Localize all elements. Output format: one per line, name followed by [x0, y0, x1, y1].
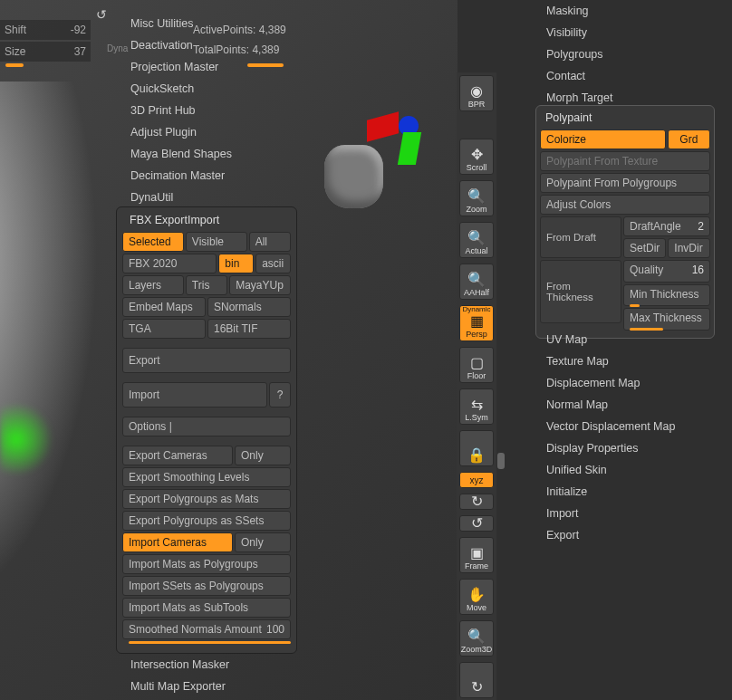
- fbx-import-button[interactable]: Import: [122, 382, 267, 408]
- plugin-multi-map-exporter[interactable]: Multi Map Exporter: [127, 676, 299, 697]
- tool-btn10[interactable]: ↻: [459, 494, 494, 510]
- palette-export[interactable]: Export: [541, 524, 722, 546]
- draw-size-slider[interactable]: Size 37: [0, 42, 91, 62]
- palette-texture-map[interactable]: Texture Map: [541, 350, 722, 372]
- plugin-quicksketch[interactable]: QuickSketch: [127, 78, 299, 100]
- tool-floor[interactable]: ▢Floor: [459, 347, 494, 383]
- plugin-deactivation[interactable]: Deactivation: [127, 34, 299, 56]
- plugin-maya-blend-shapes[interactable]: Maya Blend Shapes: [127, 143, 299, 165]
- polypaint-invdir[interactable]: InvDir: [668, 238, 710, 258]
- palette-import[interactable]: Import: [541, 503, 722, 524]
- palette-contact[interactable]: Contact: [541, 65, 722, 87]
- polypaint-from-texture[interactable]: Polypaint From Texture: [540, 151, 710, 171]
- palette-normal-map[interactable]: Normal Map: [541, 394, 722, 416]
- fbx-smoothed-normals-amount[interactable]: Smoothed Normals Amount 100: [122, 619, 291, 639]
- palette-vector-disp-map[interactable]: Vector Displacement Map: [541, 416, 722, 437]
- plugin-dynautil[interactable]: DynaUtil: [127, 187, 299, 208]
- plugin-3d-print-hub[interactable]: 3D Print Hub: [127, 100, 299, 121]
- fbx-export-button[interactable]: Export: [122, 348, 291, 373]
- fbx-export-smoothing[interactable]: Export Smoothing Levels: [122, 467, 291, 487]
- fbx-format-ascii[interactable]: ascii: [255, 254, 291, 273]
- tool-btn15[interactable]: ↻: [459, 662, 494, 698]
- tool-aahalf[interactable]: 🔍AAHalf: [459, 264, 494, 300]
- plugin-decimation-master[interactable]: Decimation Master: [127, 165, 299, 187]
- polypaint-grd[interactable]: Grd: [668, 129, 710, 149]
- thickness-max-slider[interactable]: Max Thickness: [623, 308, 710, 331]
- fbx-tris[interactable]: Tris: [186, 275, 227, 295]
- polypaint-header[interactable]: Polypaint: [540, 108, 710, 128]
- tool-scroll[interactable]: ✥Scroll: [459, 139, 494, 175]
- fbx-filter-all[interactable]: All: [249, 232, 291, 252]
- fbx-export-cameras[interactable]: Export Cameras: [122, 446, 233, 465]
- scrollbar-thumb[interactable]: [497, 453, 505, 469]
- fbx-export-cameras-only[interactable]: Only: [235, 446, 291, 465]
- tool-actual[interactable]: 🔍Actual: [459, 222, 494, 258]
- plugin-adjust-plugin[interactable]: Adjust Plugin: [127, 121, 299, 143]
- refresh-icon[interactable]: ↺: [96, 7, 107, 22]
- draw-size-value: 37: [74, 45, 86, 58]
- palette-displacement-map[interactable]: Displacement Map: [541, 372, 722, 394]
- tool-xyz[interactable]: xyz: [459, 472, 494, 488]
- fbx-tif[interactable]: 16Bit TIF: [207, 319, 291, 339]
- polypaint-from-polygroups[interactable]: Polypaint From Polygroups: [540, 173, 710, 193]
- tool-frame[interactable]: ▣Frame: [459, 537, 494, 573]
- z-shift-slider[interactable]: Shift -92: [0, 20, 91, 40]
- fbx-version[interactable]: FBX 2020: [122, 254, 217, 273]
- tool-btn11[interactable]: ↺: [459, 515, 494, 532]
- polypaint-colorize[interactable]: Colorize: [540, 129, 666, 149]
- fbx-import-cameras-only[interactable]: Only: [235, 532, 291, 552]
- fbx-tga[interactable]: TGA: [122, 319, 206, 339]
- polypaint-from-thickness[interactable]: From Thickness: [540, 260, 621, 323]
- draft-angle-slider[interactable]: DraftAngle2: [623, 216, 710, 236]
- palette-uv-map[interactable]: UV Map: [541, 329, 722, 350]
- tool-zoom[interactable]: 🔍Zoom: [459, 180, 494, 216]
- tool-lsym[interactable]: ⇆L.Sym: [459, 388, 494, 425]
- fbx-options[interactable]: Options |: [122, 417, 291, 436]
- tool-bpr[interactable]: ◉BPR: [459, 75, 494, 111]
- tool-zoom3d[interactable]: 🔍Zoom3D: [459, 620, 494, 657]
- tool-move[interactable]: ✋Move: [459, 579, 494, 615]
- fbx-format-bin[interactable]: bin: [218, 254, 254, 273]
- fbx-import-cameras[interactable]: Import Cameras: [122, 532, 233, 552]
- polypaint-from-draft[interactable]: From Draft: [540, 216, 621, 258]
- fbx-maya-yup[interactable]: MayaYUp: [229, 275, 291, 295]
- palette-display-properties[interactable]: Display Properties: [541, 437, 722, 459]
- dynamesh-label: Dyna: [107, 43, 128, 53]
- z-shift-label: Shift: [5, 24, 26, 36]
- plugin-misc-utilities[interactable]: Misc Utilities: [127, 13, 299, 34]
- fbx-help-button[interactable]: ?: [269, 382, 291, 408]
- thickness-quality-slider[interactable]: Quality16: [623, 260, 710, 283]
- fbx-import-ssets-pg[interactable]: Import SSets as Polygroups: [122, 576, 291, 596]
- palette-unified-skin[interactable]: Unified Skin: [541, 459, 722, 481]
- palette-masking[interactable]: Masking: [541, 0, 722, 22]
- fbx-export-pg-mats[interactable]: Export Polygroups as Mats: [122, 489, 291, 509]
- fbx-embed-maps[interactable]: Embed Maps: [122, 297, 206, 317]
- palette-polygroups[interactable]: Polygroups: [541, 43, 722, 65]
- fbx-filter-selected[interactable]: Selected: [122, 232, 184, 252]
- plugin-projection-master[interactable]: Projection Master: [127, 56, 299, 78]
- thickness-min-slider[interactable]: Min Thickness: [623, 284, 710, 307]
- palette-visibility[interactable]: Visibility: [541, 22, 722, 43]
- tool-persp[interactable]: Dynamic▦Persp: [459, 305, 494, 341]
- fbx-filter-visible[interactable]: Visible: [186, 232, 247, 252]
- size-slider-bar: [5, 63, 24, 67]
- fbx-export-import-panel: FBX ExportImport Selected Visible All FB…: [116, 206, 297, 654]
- draw-size-label: Size: [5, 45, 25, 58]
- polypaint-panel: Polypaint Colorize Grd Polypaint From Te…: [535, 105, 715, 339]
- polypaint-setdir[interactable]: SetDir: [623, 238, 666, 258]
- z-shift-value: -92: [71, 24, 86, 36]
- fbx-import-mats-sub[interactable]: Import Mats as SubTools: [122, 598, 291, 618]
- palette-initialize[interactable]: Initialize: [541, 481, 722, 503]
- fbx-export-pg-ssets[interactable]: Export Polygroups as SSets: [122, 511, 291, 531]
- polypaint-adjust-colors[interactable]: Adjust Colors: [540, 195, 710, 215]
- fbx-layers[interactable]: Layers: [122, 275, 184, 295]
- fbx-header[interactable]: FBX ExportImport: [122, 211, 291, 230]
- tool-btn8[interactable]: 🔒: [459, 430, 494, 466]
- fbx-snormals[interactable]: SNormals: [207, 297, 291, 317]
- fbx-import-mats-pg[interactable]: Import Mats as Polygroups: [122, 554, 291, 574]
- plugin-intersection-masker[interactable]: Intersection Masker: [127, 654, 299, 676]
